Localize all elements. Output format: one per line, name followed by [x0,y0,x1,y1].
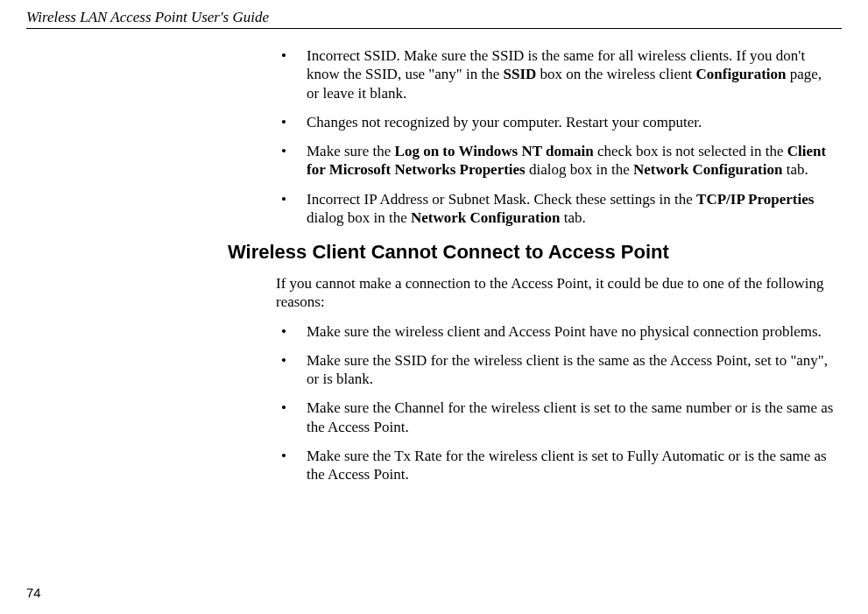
list-item: Make sure the Tx Rate for the wireless c… [276,447,837,484]
text-run: Make sure the wireless client and Access… [307,323,822,340]
intro-paragraph: If you cannot make a connection to the A… [276,274,837,312]
list-item: Make sure the SSID for the wireless clie… [276,351,837,389]
list-item: Incorrect IP Address or Subnet Mask. Che… [276,190,837,228]
bold-run: Configuration [696,66,787,82]
text-run: Changes not recognized by your computer.… [307,114,702,131]
text-run: box on the wireless client [536,66,695,82]
text-run: Make sure the [307,143,395,159]
content-area: Incorrect SSID. Make sure the SSID is th… [276,46,837,483]
list-item: Incorrect SSID. Make sure the SSID is th… [276,46,837,102]
page-number: 74 [26,585,41,600]
bold-run: SSID [503,66,536,82]
bullet-list-1: Incorrect SSID. Make sure the SSID is th… [276,46,837,227]
text-run: dialog box in the [307,209,411,226]
text-run: Make sure the Tx Rate for the wireless c… [307,448,827,483]
text-run: Incorrect IP Address or Subnet Mask. Che… [307,191,696,208]
bold-run: Log on to Windows NT domain [395,143,594,159]
list-item: Make sure the Channel for the wireless c… [276,399,837,436]
bold-run: Network Configuration [411,209,560,226]
list-item: Make sure the Log on to Windows NT domai… [276,142,837,180]
text-run: tab. [560,209,585,226]
text-run: tab. [782,161,808,178]
section-heading: Wireless Client Cannot Connect to Access… [228,241,837,264]
text-run: dialog box in the [526,161,633,178]
header-rule [26,28,842,29]
list-item: Changes not recognized by your computer.… [276,113,837,131]
running-header: Wireless LAN Access Point User's Guide [26,9,842,28]
page-container: Wireless LAN Access Point User's Guide I… [0,0,868,483]
text-run: check box is not selected in the [594,143,787,159]
bold-run: TCP/IP Properties [696,191,814,208]
bullet-list-2: Make sure the wireless client and Access… [276,322,837,484]
list-item: Make sure the wireless client and Access… [276,322,837,341]
text-run: Make sure the Channel for the wireless c… [307,399,833,434]
text-run: Make sure the SSID for the wireless clie… [307,352,828,387]
bold-run: Network Configuration [633,161,782,178]
